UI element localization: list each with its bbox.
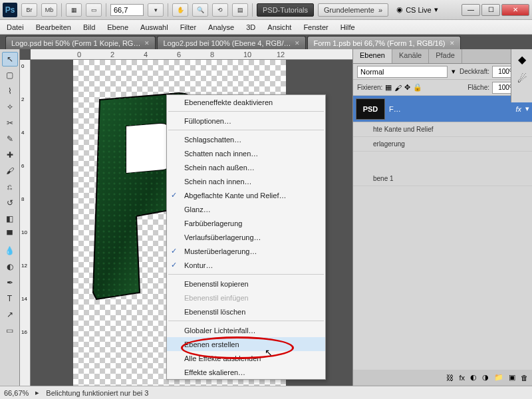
brush-tool[interactable]: 🖌 — [2, 164, 18, 178]
cursor-icon: ↖ — [265, 347, 273, 358]
dodge-tool[interactable]: ◐ — [2, 259, 18, 274]
tab-pfade[interactable]: Pfade — [429, 49, 462, 63]
close-icon[interactable]: ✕ — [295, 40, 300, 47]
swatches-icon[interactable]: ◆ — [518, 53, 526, 66]
context-menu: Ebeneneffekte deaktivierenFülloptionen…S… — [166, 94, 326, 380]
lock-move-icon[interactable]: ✥ — [404, 83, 410, 92]
lock-label: Fixieren: — [357, 84, 382, 91]
minibridge-button[interactable]: Mb — [41, 3, 57, 17]
adjustment-icon[interactable]: ◑ — [482, 373, 489, 382]
context-item[interactable]: Alle Effekte ausblenden — [167, 351, 325, 365]
layers-panel: Ebenen Kanäle Pfade ▸▸ Normal ▾ Deckkraf… — [352, 49, 532, 386]
context-item[interactable]: Effekte skalieren… — [167, 365, 325, 379]
hand-tool-icon[interactable]: ✋ — [172, 3, 188, 17]
close-icon[interactable]: ✕ — [450, 40, 455, 47]
fx-icon[interactable]: fx — [459, 374, 465, 382]
menu-fenster[interactable]: Fenster — [303, 23, 328, 31]
minimize-button[interactable]: — — [462, 4, 480, 16]
context-item[interactable]: Verlaufsüberlagerung… — [167, 230, 325, 244]
context-item[interactable]: Ebenenstil kopieren — [167, 277, 325, 291]
context-item[interactable]: Ebenen erstellen — [167, 337, 325, 351]
effect-row[interactable]: erlagerung — [353, 137, 532, 152]
zoom-status[interactable]: 66,67% — [4, 389, 29, 397]
context-item[interactable]: Ebeneneffekte deaktivieren — [167, 95, 325, 109]
layer-row[interactable]: PSD F… fx ▾ — [353, 96, 532, 122]
menu-bearbeiten[interactable]: Bearbeiten — [36, 23, 71, 31]
marquee-tool[interactable]: ▢ — [2, 68, 18, 82]
context-item[interactable]: Ebenenstil löschen — [167, 305, 325, 319]
arrange-icon[interactable]: ▤ — [232, 3, 248, 17]
zoom-input[interactable]: 66,7 — [110, 4, 144, 16]
context-item[interactable]: Glanz… — [167, 202, 325, 216]
close-button[interactable]: ✕ — [501, 4, 529, 16]
zoom-dropdown[interactable]: ▾ — [148, 3, 164, 17]
doc-tab-1[interactable]: Logo.psd bei 50% (Form 1 Kopie, RG…✕ — [5, 36, 156, 49]
trash-icon[interactable]: 🗑 — [521, 374, 528, 382]
menu-analyse[interactable]: Analyse — [208, 23, 234, 31]
history-brush-tool[interactable]: ↺ — [2, 196, 18, 210]
ruler-vertical: 0246810121416 — [20, 60, 31, 386]
rotate-view-icon[interactable]: ⟲ — [212, 3, 228, 17]
tab-kanaele[interactable]: Kanäle — [392, 49, 429, 63]
zoom-tool-icon[interactable]: 🔍 — [192, 3, 208, 17]
path-tool[interactable]: ↗ — [2, 307, 18, 322]
app-logo: Ps — [3, 3, 17, 17]
layer-row[interactable]: bene 1 — [353, 172, 532, 186]
lock-all-icon[interactable]: 🔒 — [413, 83, 422, 92]
status-arrow-icon[interactable]: ▸ — [35, 388, 39, 397]
crop-tool[interactable]: ✂ — [2, 116, 18, 130]
cs-live[interactable]: ◉ CS Live ▾ — [392, 5, 442, 14]
pen-tool[interactable]: ✒ — [2, 275, 18, 290]
menu-ebene[interactable]: Ebene — [107, 23, 128, 31]
type-tool[interactable]: T — [2, 291, 18, 306]
blur-tool[interactable]: 💧 — [2, 243, 18, 258]
shape-tool[interactable]: ▭ — [2, 323, 18, 338]
context-item[interactable]: ✓Abgeflachte Kante und Relief… — [167, 188, 325, 202]
workspace-combo-1[interactable]: PSD-Tutorials — [257, 3, 314, 17]
menu-bild[interactable]: Bild — [83, 23, 95, 31]
maximize-button[interactable]: ☐ — [481, 4, 500, 16]
blend-mode-combo[interactable]: Normal — [357, 66, 448, 78]
eyedropper-tool[interactable]: ✎ — [2, 132, 18, 146]
effect-row[interactable]: hte Kante und Relief — [353, 122, 532, 137]
context-item[interactable]: Schlagschatten… — [167, 132, 325, 146]
menu-filter[interactable]: Filter — [180, 23, 196, 31]
context-item[interactable]: Farbüberlagerung — [167, 216, 325, 230]
doc-tab-3[interactable]: Form 1.psb bei 66,7% (Form 1, RGB/16)✕ — [307, 36, 460, 49]
menu-auswahl[interactable]: Auswahl — [140, 23, 168, 31]
context-item[interactable]: Fülloptionen… — [167, 114, 325, 128]
menu-hilfe[interactable]: Hilfe — [340, 23, 355, 31]
title-bar: Ps Br Mb ▦ ▭ 66,7 ▾ ✋ 🔍 ⟲ ▤ PSD-Tutorial… — [0, 0, 532, 20]
context-item[interactable]: Schein nach außen… — [167, 160, 325, 174]
lasso-tool[interactable]: ⌇ — [2, 84, 18, 98]
bridge-button[interactable]: Br — [21, 3, 37, 17]
adjustments-icon[interactable]: ☄ — [517, 72, 527, 85]
close-icon[interactable]: ✕ — [144, 40, 150, 47]
status-bar: 66,67% ▸ Belichtung funktioniert nur bei… — [0, 386, 532, 399]
heal-tool[interactable]: ✚ — [2, 148, 18, 162]
context-item[interactable]: Schein nach innen… — [167, 174, 325, 188]
lock-paint-icon[interactable]: 🖌 — [394, 84, 402, 92]
menu-3d[interactable]: 3D — [246, 23, 255, 31]
folder-icon[interactable]: 📁 — [494, 373, 503, 382]
lock-transparency-icon[interactable]: ▦ — [385, 83, 392, 92]
stamp-tool[interactable]: ⎌ — [2, 180, 18, 194]
gradient-tool[interactable]: ▀ — [2, 227, 18, 242]
menu-ansicht[interactable]: Ansicht — [267, 23, 291, 31]
context-item[interactable]: Globaler Lichteinfall… — [167, 323, 325, 337]
mask-icon[interactable]: ◐ — [470, 373, 477, 382]
tab-ebenen[interactable]: Ebenen — [353, 49, 392, 63]
workspace-combo-2[interactable]: Grundelemente » — [318, 3, 388, 17]
link-layers-icon[interactable]: ⛓ — [446, 374, 454, 382]
move-tool[interactable]: ↖ — [2, 52, 18, 66]
context-item[interactable]: Schatten nach innen… — [167, 146, 325, 160]
new-layer-icon[interactable]: ▣ — [509, 373, 515, 382]
wand-tool[interactable]: ✧ — [2, 100, 18, 114]
screen-mode-icon[interactable]: ▭ — [86, 3, 102, 17]
context-item[interactable]: ✓Musterüberlagerung… — [167, 244, 325, 258]
view-grid-icon[interactable]: ▦ — [66, 3, 82, 17]
context-item[interactable]: ✓Kontur… — [167, 258, 325, 272]
menu-datei[interactable]: Datei — [7, 23, 24, 31]
doc-tab-2[interactable]: Logo2.psd bei 100% (Ebene 4, RGB/…✕ — [157, 36, 306, 49]
eraser-tool[interactable]: ◧ — [2, 211, 18, 226]
